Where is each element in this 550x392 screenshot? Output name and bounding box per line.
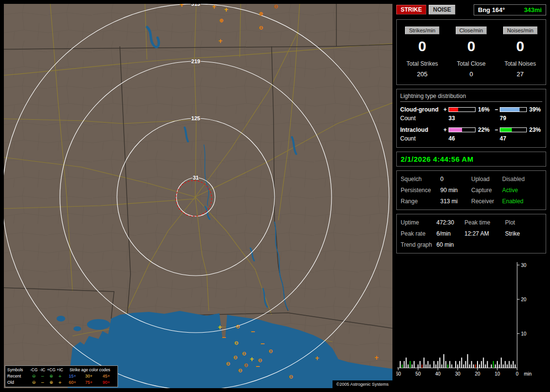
count-label: Count <box>400 115 449 122</box>
legend-row-label: Recent <box>7 373 29 379</box>
strike-symbol: + <box>315 355 319 362</box>
legend-strike-symbol: + <box>56 379 64 386</box>
distribution-box: Lightning type distribution Cloud-ground… <box>396 89 546 148</box>
range-value: 343mi <box>524 6 542 14</box>
trend-graph: 3020106050403020100min <box>396 259 546 388</box>
strike-symbol: + <box>374 354 379 361</box>
svg-text:20: 20 <box>521 297 527 302</box>
strike-symbol: ⊕ <box>259 11 263 17</box>
cg-positive-count: 33 <box>449 115 500 122</box>
strike-symbol: ⊖ <box>235 323 240 330</box>
legend-strike-symbol: − <box>38 373 47 379</box>
svg-text:30: 30 <box>521 263 527 268</box>
minus-sign: − <box>494 106 499 113</box>
range-ring-label: 125 <box>191 115 200 121</box>
strike-symbol: ⊖ <box>289 374 293 380</box>
lightning-map[interactable]: 31321912531 +++⊕⊖⊕⊖++⊖−−⊖−⊖⊖+⊖⊖⊖⊖−⊖⊖++ S… <box>4 4 392 388</box>
strike-symbol: ⊖ <box>259 25 263 31</box>
intracloud-count-row: Count 46 47 <box>400 135 542 142</box>
svg-text:30: 30 <box>455 371 461 377</box>
trend-graph-canvas: 3020106050403020100min <box>396 259 539 379</box>
svg-text:10: 10 <box>494 371 500 377</box>
strikes-rate-column: Strikes/min 0 Total Strikes 205 <box>398 26 447 78</box>
ic-negative-bar-fill <box>500 128 512 132</box>
cg-positive-bar <box>449 107 476 112</box>
strike-symbol: ⊖ <box>234 340 238 346</box>
range-ring-label: 313 <box>191 4 200 7</box>
cloud-ground-label: Cloud-ground <box>400 106 442 113</box>
map-canvas[interactable]: 31321912531 +++⊕⊖⊕⊖++⊖−−⊖−⊖⊖+⊖⊖⊖⊖−⊖⊖++ <box>4 4 392 388</box>
svg-text:50: 50 <box>415 371 421 377</box>
noise-toggle-button[interactable]: NOISE <box>429 5 455 14</box>
cg-positive-bar-fill <box>449 108 458 112</box>
capture-label: Capture <box>471 187 502 194</box>
distribution-title: Lightning type distribution <box>400 93 542 102</box>
minus-sign: − <box>494 126 499 133</box>
clock-box: 2/1/2026 4:44:56 AM <box>396 152 546 167</box>
bearing-value: Bng 164° <box>478 6 505 14</box>
strike-symbol: + <box>179 4 184 8</box>
noises-rate-column: Noises/min 0 Total Noises 27 <box>496 26 545 78</box>
strike-toggle-button[interactable]: STRIKE <box>396 5 426 14</box>
cg-positive-percent: 16% <box>477 106 493 113</box>
strike-symbol: − <box>250 328 255 335</box>
plot-label: Plot <box>505 219 542 226</box>
strike-symbol: ⊖ <box>233 354 237 361</box>
legend-strike-symbol: ⊖ <box>29 373 38 379</box>
strike-symbol: + <box>217 324 222 331</box>
close-per-min-value: 0 <box>447 38 495 55</box>
cg-negative-count: 79 <box>500 115 542 122</box>
svg-text:60: 60 <box>396 371 401 377</box>
strike-symbol: ⊖ <box>226 361 230 367</box>
ic-positive-bar-fill <box>449 128 462 132</box>
status-box: Uptime 472:30 Peak time Plot Peak rate 6… <box>396 214 546 253</box>
intracloud-row: Intracloud + 22% − 23% <box>400 126 542 133</box>
peak-rate-label: Peak rate <box>401 230 436 237</box>
rates-box: Strikes/min 0 Total Strikes 205 Close/mi… <box>396 19 546 85</box>
strike-symbol: + <box>249 356 254 363</box>
strike-symbol: ⊕ <box>219 17 223 24</box>
legend-age-code: 30+ <box>81 373 97 379</box>
squelch-label: Squelch <box>401 176 440 182</box>
panel-top-bar: STRIKE NOISE Bng 164° 343mi <box>396 4 546 15</box>
cg-negative-bar-fill <box>500 108 520 112</box>
trend-graph-label: Trend graph <box>401 241 436 248</box>
total-strikes-label: Total Strikes <box>398 60 447 67</box>
legend-age-title: Strike age color codes <box>64 367 116 373</box>
legend-col-label: +IC <box>56 367 64 373</box>
strikes-per-min-label: Strikes/min <box>405 27 439 34</box>
strike-symbol: − <box>255 363 260 370</box>
strike-symbol: ⊖ <box>238 367 242 374</box>
legend-age-code: 90+ <box>97 379 116 386</box>
persistence-value: 90 min <box>440 187 471 194</box>
upload-label: Upload <box>471 176 502 182</box>
ic-positive-percent: 22% <box>477 126 493 133</box>
svg-text:20: 20 <box>475 371 480 377</box>
strike-symbol: ⊖ <box>274 4 278 10</box>
strike-symbol: − <box>221 334 226 341</box>
capture-status: Active <box>502 187 542 194</box>
plus-sign: + <box>443 106 448 113</box>
persistence-label: Persistence <box>401 187 440 194</box>
peak-rate-value: 6/min <box>436 230 464 237</box>
legend-age-code: 15+ <box>64 373 81 379</box>
legend-age-code: 60+ <box>64 379 81 386</box>
trend-duration-value: 60 min <box>436 241 464 248</box>
noises-per-min-label: Noises/min <box>503 27 537 34</box>
legend-symbols-title: Symbols <box>7 367 29 373</box>
close-rate-column: Close/min 0 Total Close 0 <box>447 26 495 78</box>
range-setting-value: 313 mi <box>440 198 471 205</box>
app-window: 31321912531 +++⊕⊖⊕⊖++⊖−−⊖−⊖⊖+⊖⊖⊖⊖−⊖⊖++ S… <box>0 0 550 392</box>
ic-positive-count: 46 <box>449 135 500 142</box>
count-label: Count <box>400 135 449 142</box>
strike-symbol: ⊖ <box>242 350 246 357</box>
cg-negative-bar <box>500 107 527 112</box>
cloud-ground-count-row: Count 33 79 <box>400 115 542 122</box>
legend-strike-symbol: + <box>56 373 64 379</box>
legend-col-label: +CG <box>47 367 56 373</box>
upload-status: Disabled <box>502 176 542 182</box>
receiver-label: Receiver <box>471 198 502 205</box>
strike-symbol: + <box>218 38 223 44</box>
strike-symbol: ⊖ <box>268 348 273 354</box>
svg-text:min: min <box>524 371 532 377</box>
